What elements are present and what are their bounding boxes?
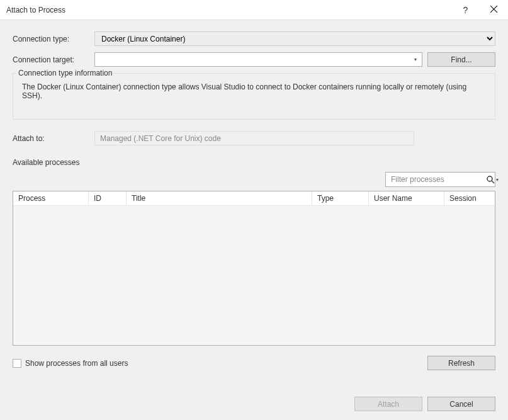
chevron-down-icon: ▾ — [496, 177, 499, 183]
process-table-body — [13, 206, 495, 345]
close-button[interactable] — [480, 0, 508, 20]
cancel-button[interactable]: Cancel — [427, 397, 495, 411]
svg-line-3 — [492, 181, 494, 183]
col-header-session[interactable]: Session — [444, 191, 495, 205]
col-header-process[interactable]: Process — [13, 191, 89, 205]
available-processes-label: Available processes — [13, 158, 495, 167]
show-all-users-checkbox[interactable] — [13, 359, 21, 368]
attach-to-label: Attach to: — [13, 134, 94, 143]
connection-target-dropdown[interactable]: ▾ — [409, 57, 422, 62]
connection-type-select[interactable]: Docker (Linux Container) — [94, 31, 495, 46]
col-header-user[interactable]: User Name — [369, 191, 444, 205]
col-header-type[interactable]: Type — [312, 191, 369, 205]
col-header-title[interactable]: Title — [127, 191, 312, 205]
col-header-id[interactable]: ID — [89, 191, 127, 205]
chevron-down-icon: ▾ — [414, 57, 417, 62]
filter-input[interactable] — [390, 174, 487, 184]
connection-info-box: Connection type information The Docker (… — [13, 73, 495, 120]
help-button[interactable]: ? — [451, 0, 480, 20]
search-icon[interactable] — [487, 176, 495, 184]
connection-info-title: Connection type information — [17, 69, 113, 77]
connection-target-combo[interactable]: ▾ — [94, 52, 422, 67]
show-all-users-label: Show processes from all users — [25, 359, 128, 368]
svg-point-2 — [487, 176, 492, 181]
attach-button: Attach — [354, 397, 422, 411]
process-table-header: Process ID Title Type User Name Session — [13, 191, 495, 206]
connection-target-input[interactable] — [95, 53, 409, 66]
attach-to-field: Managed (.NET Core for Unix) code — [94, 131, 414, 145]
connection-info-text: The Docker (Linux Container) connection … — [18, 82, 488, 100]
filter-box[interactable]: ▾ — [385, 172, 495, 187]
find-button[interactable]: Find... — [427, 52, 495, 67]
process-table[interactable]: Process ID Title Type User Name Session — [13, 191, 495, 346]
filter-dropdown[interactable]: ▾ — [496, 177, 499, 183]
refresh-button[interactable]: Refresh — [427, 356, 495, 370]
help-icon: ? — [463, 5, 468, 15]
connection-target-label: Connection target: — [13, 55, 94, 64]
connection-type-label: Connection type: — [13, 35, 94, 43]
dialog-title: Attach to Process — [6, 6, 451, 14]
close-icon — [490, 6, 497, 14]
